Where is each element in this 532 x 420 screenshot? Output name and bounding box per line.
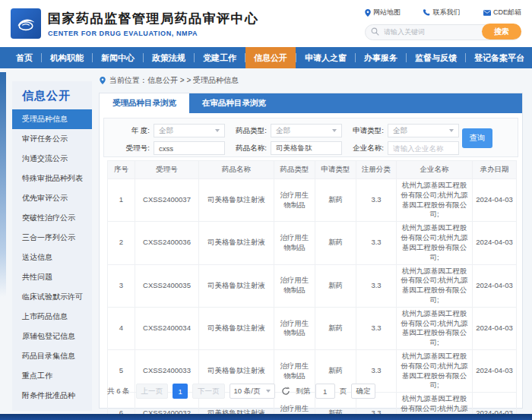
breadcrumb: 当前位置：信息公开 > > 受理品种信息 xyxy=(100,75,239,86)
table-row: 1 CXSS2400037 司美格鲁肽注射液 治疗用生物制品 新药 3.3 杭州… xyxy=(108,179,517,222)
table-cell: 司美格鲁肽注射液 xyxy=(199,264,274,307)
table-cell: 2024-04-03 xyxy=(473,350,517,393)
sitemap-link[interactable]: 网站地图 xyxy=(365,8,401,17)
site-header: 国家药品监督管理局药品审评中心 CENTER FOR DRUG EVALUATI… xyxy=(0,0,532,47)
company-input[interactable] xyxy=(388,141,459,155)
sidebar-item-priority-review[interactable]: 优先审评公示 xyxy=(12,188,92,208)
drug-name-label: 药品名称: xyxy=(230,144,267,153)
nav-item-applicant-window[interactable]: 申请人之窗 xyxy=(296,47,355,68)
sidebar-accent-strip xyxy=(0,72,6,297)
acceptance-no-filter: 受理号: xyxy=(113,141,230,155)
table-cell: 司美格鲁肽注射液 xyxy=(199,222,274,264)
nav-item-home[interactable]: 首页 xyxy=(8,47,41,68)
nav-item-supervision-feedback[interactable]: 监督与反馈 xyxy=(407,47,465,68)
apply-type-select[interactable]: 全部 xyxy=(388,124,459,137)
table-cell: 治疗用生物制品 xyxy=(274,222,315,264)
sidebar-item-delivery-info[interactable]: 送达信息 xyxy=(12,248,92,267)
goto-page-input[interactable] xyxy=(315,384,335,399)
nav-item-info-disclosure[interactable]: 信息公开 xyxy=(245,47,296,68)
contact-link-label: 联系我们 xyxy=(432,8,460,17)
year-filter: 年 度: 全部 xyxy=(113,124,230,137)
drug-name-input[interactable] xyxy=(271,141,342,155)
company-filter: 企业名称: xyxy=(347,141,464,155)
apply-type-filter: 申请类型: 全部 xyxy=(347,124,464,137)
header-right: 网站地图 联系我们 CDE邮箱 搜索 xyxy=(365,8,521,39)
cde-logo-icon xyxy=(14,11,38,36)
table-cell: CXSS2400036 xyxy=(135,222,199,264)
cde-mail-link[interactable]: CDE邮箱 xyxy=(483,8,521,17)
contact-link[interactable]: 联系我们 xyxy=(423,8,460,17)
table-cell: 司美格鲁肽注射液 xyxy=(199,179,274,222)
map-pin-icon xyxy=(365,9,371,17)
table-cell: 新药 xyxy=(315,264,356,307)
table-header-cell: 药品名称 xyxy=(199,161,274,179)
quick-links: 网站地图 联系我们 CDE邮箱 xyxy=(365,8,521,17)
sidebar-item-communication[interactable]: 沟通交流公示 xyxy=(12,149,92,169)
nav-item-news-center[interactable]: 新闻中心 xyxy=(93,47,143,68)
phone-icon xyxy=(423,9,430,16)
table-header-cell: 受理号 xyxy=(135,161,199,179)
apply-type-label: 申请类型: xyxy=(347,126,384,136)
nav-item-org-functions[interactable]: 机构职能 xyxy=(42,47,92,68)
main-nav: 首页 机构职能 新闻中心 政策法规 党建工作 信息公开 申请人之窗 办事服务 监… xyxy=(0,47,532,68)
acceptance-no-input[interactable] xyxy=(154,141,225,155)
nav-item-party-building[interactable]: 党建工作 xyxy=(195,47,245,68)
sidebar-item-three-in-one[interactable]: 三合一序列公示 xyxy=(12,228,92,248)
table-cell: 杭州九源基因工程股份有限公司;杭州九源基因工程股份有限公司; xyxy=(397,222,473,264)
search-button[interactable]: 搜索 xyxy=(482,24,521,39)
sidebar-item-clinical-trial-implied-license[interactable]: 临床试验默示许可 xyxy=(12,287,92,307)
next-page-button[interactable]: 下一页 xyxy=(192,384,225,399)
sidebar-item-drug-catalog-info[interactable]: 药品目录集信息 xyxy=(12,346,92,366)
sidebar-item-common-issues[interactable]: 共性问题 xyxy=(12,267,92,287)
table-cell: 2 xyxy=(108,222,135,264)
table-cell: 2024-04-03 xyxy=(473,179,517,222)
query-button[interactable]: 查询 xyxy=(462,128,492,148)
footer-bar xyxy=(0,414,532,420)
nav-item-services[interactable]: 办事服务 xyxy=(356,47,406,68)
search-bar: 搜索 xyxy=(365,24,521,39)
sidebar-item-review-tasks[interactable]: 审评任务公示 xyxy=(12,129,92,149)
table-cell: 3.3 xyxy=(356,307,397,349)
breadcrumb-text: 当前位置：信息公开 > > 受理品种信息 xyxy=(109,75,239,86)
pagination: 共 6 条 上一页 1 下一页 10 条/页 到第 页 确定 xyxy=(107,384,375,399)
drug-type-filter: 药品类型: 全部 xyxy=(230,124,347,137)
nav-item-registration-platform[interactable]: 登记备案平台 xyxy=(466,47,532,68)
nav-item-policies[interactable]: 政策法规 xyxy=(144,47,194,68)
current-page-button[interactable]: 1 xyxy=(173,384,188,399)
company-label: 企业名称: xyxy=(347,144,384,153)
table-cell: 新药 xyxy=(315,222,356,264)
year-label: 年 度: xyxy=(113,126,150,136)
sidebar-item-conditional-approval[interactable]: 附条件批准品种 xyxy=(12,386,92,406)
prev-page-button[interactable]: 上一页 xyxy=(136,384,169,399)
year-select[interactable]: 全部 xyxy=(154,124,225,137)
drug-type-select[interactable]: 全部 xyxy=(271,124,342,137)
tab-accepted-catalog[interactable]: 受理品种目录浏览 xyxy=(100,93,189,113)
table-cell: CXSS2400035 xyxy=(135,264,199,307)
sidebar-item-marketed-drug-info[interactable]: 上市药品信息 xyxy=(12,307,92,327)
refresh-button[interactable] xyxy=(281,387,290,396)
sidebar-item-breakthrough-therapy[interactable]: 突破性治疗公示 xyxy=(12,208,92,228)
filter-row-1: 年 度: 全部 药品类型: 全部 申请类型: 全部 xyxy=(113,124,518,137)
table-cell: 4 xyxy=(108,307,135,349)
sidebar-item-accepted-variety-info[interactable]: 受理品种信息 xyxy=(12,109,92,129)
main-panel: 受理品种目录浏览 在审品种目录浏览 年 度: 全部 药品类型: 全部 xyxy=(99,93,523,409)
site-subtitle: CENTER FOR DRUG EVALUATION, NMPA xyxy=(48,30,259,37)
sidebar-item-special-approval-list[interactable]: 特殊审批品种列表 xyxy=(12,169,92,188)
cde-logo xyxy=(11,8,41,39)
results-table: 序号 受理号 药品名称 药品类型 申请类型 注册分类 企业名称 承办日期 1 C… xyxy=(107,160,517,420)
year-select-value: 全部 xyxy=(159,126,173,136)
drug-name-filter: 药品名称: xyxy=(230,141,347,155)
table-cell: CXSS2400034 xyxy=(135,307,199,349)
tab-bar: 受理品种目录浏览 在审品种目录浏览 xyxy=(100,93,522,113)
pagination-total: 共 6 条 xyxy=(107,387,130,396)
table-row: 2 CXSS2400036 司美格鲁肽注射液 治疗用生物制品 新药 3.3 杭州… xyxy=(108,222,517,264)
sidebar-item-key-work[interactable]: 重点工作 xyxy=(12,366,92,386)
confirm-button[interactable]: 确定 xyxy=(351,384,375,399)
table-cell: 治疗用生物制品 xyxy=(274,264,315,307)
chevron-down-icon xyxy=(449,129,454,132)
page-size-select[interactable]: 10 条/页 xyxy=(230,384,275,399)
sidebar-title: 信息公开 xyxy=(12,81,92,109)
sidebar-item-excipient-registration[interactable]: 原辅包登记信息 xyxy=(12,327,92,346)
table-cell: 2024-04-03 xyxy=(473,264,517,307)
tab-under-review-catalog[interactable]: 在审品种目录浏览 xyxy=(189,93,279,113)
